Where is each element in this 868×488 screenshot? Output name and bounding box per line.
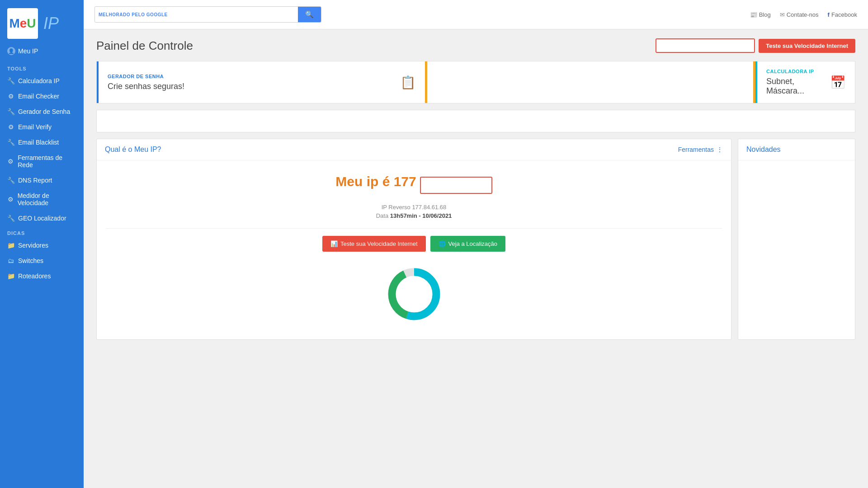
- ip-date: Data 13h57min - 10/06/2021: [106, 212, 722, 219]
- wrench-icon-4: 🔧: [7, 177, 14, 184]
- cards-row: GERADOR DE SENHA Crie senhas seguras! 📋 …: [96, 61, 855, 103]
- sidebar-dicas-label: DICAS: [0, 226, 84, 238]
- topbar-link-facebook[interactable]: f Facebook: [828, 11, 857, 18]
- card-middle-empty: [427, 61, 754, 103]
- sidebar-item-label: DNS Report: [18, 177, 52, 184]
- main-content: MELHORADO PELO Google 🔍 📰 Blog ✉ Contate…: [84, 0, 868, 488]
- speed-test-btn[interactable]: 📊 Teste sua Velocidade Internet: [322, 236, 426, 252]
- page-title: Painel de Controle: [96, 39, 193, 53]
- sidebar-item-servidores[interactable]: 📁 Servidores: [0, 238, 84, 253]
- novidades-header: Novidades: [738, 139, 855, 160]
- title-action-area: Teste sua Velocidade Internet: [656, 38, 855, 53]
- logo-letter-u: U: [27, 16, 36, 30]
- ip-panel: Qual é o Meu IP? Ferramentas ⋮ Meu ip é …: [96, 139, 731, 340]
- search-wrapper: MELHORADO PELO Google 🔍: [94, 6, 321, 23]
- table-icon: 🗂: [7, 257, 14, 264]
- topbar-link-blog[interactable]: 📰 Blog: [750, 11, 771, 18]
- logo-letter-e: e: [20, 16, 27, 30]
- topbar-link-contate-nos[interactable]: ✉ Contate-nos: [780, 11, 819, 18]
- speed-test-input[interactable]: [656, 38, 755, 53]
- speed-icon: 📊: [330, 240, 338, 247]
- sidebar-item-ferramentas-de-rede[interactable]: ⚙ Ferramentas de Rede: [0, 150, 84, 173]
- search-label: MELHORADO PELO Google: [95, 12, 171, 17]
- action-buttons: 📊 Teste sua Velocidade Internet 🌐 Veja a…: [106, 236, 722, 252]
- calendar-icon: 📅: [830, 75, 846, 90]
- wrench-icon-3: 🔧: [7, 139, 14, 146]
- donut-chart: [106, 263, 722, 326]
- clipboard-icon: 📋: [400, 75, 416, 90]
- sidebar-item-label: Email Verify: [18, 123, 52, 131]
- ip-suffix-input[interactable]: [420, 177, 492, 194]
- logo-letter-m: M: [9, 16, 19, 30]
- sidebar-item-label: Ferramentas de Rede: [18, 154, 76, 169]
- novidades-body: [738, 160, 855, 206]
- card-gerador-senha[interactable]: GERADOR DE SENHA Crie senhas seguras! 📋: [97, 61, 425, 103]
- card-title-calc: Subnet, Máscara...: [766, 77, 830, 96]
- logo-box: MeU: [7, 8, 38, 39]
- sidebar-item-email-checker[interactable]: ⚙ Email Checker: [0, 89, 84, 104]
- content-area: Painel de Controle Teste sua Velocidade …: [84, 29, 868, 488]
- sidebar-item-label: Email Checker: [18, 93, 59, 100]
- card-title-gerador: Crie senhas seguras!: [108, 82, 184, 91]
- blog-icon: 📰: [750, 11, 757, 18]
- ip-prefix: Meu ip é 177: [335, 174, 416, 189]
- sidebar-dicas-section: DICAS 📁 Servidores 🗂 Switches 📁 Roteador…: [0, 226, 84, 284]
- ip-panel-body: Meu ip é 177 IP Reverso 177.84.61.68 Dat…: [97, 160, 731, 339]
- ip-reverso: IP Reverso 177.84.61.68: [106, 204, 722, 211]
- sidebar-item-email-verify[interactable]: ⚙ Email Verify: [0, 119, 84, 135]
- sidebar-item-geo-localizador[interactable]: 🔧 GEO Localizador: [0, 211, 84, 226]
- logo-ip-text: IP: [43, 14, 59, 33]
- sidebar: MeU IP 👤 Meu IP TOOLS 🔧 Calculadora IP ⚙…: [0, 0, 84, 488]
- sidebar-user-label: Meu IP: [18, 47, 38, 55]
- speed-test-button[interactable]: Teste sua Velocidade Internet: [759, 39, 855, 53]
- location-icon: 🌐: [439, 240, 446, 247]
- sidebar-tools-section: TOOLS 🔧 Calculadora IP ⚙ Email Checker 🔧…: [0, 61, 84, 226]
- ip-panel-title: Qual é o Meu IP?: [105, 145, 161, 154]
- sidebar-item-label: Servidores: [18, 242, 48, 249]
- wrench-icon: 🔧: [7, 77, 14, 84]
- donut-svg: [382, 263, 446, 326]
- gear-icon-3: ⚙: [7, 158, 14, 165]
- email-icon: ✉: [780, 11, 785, 18]
- more-icon: ⋮: [717, 146, 723, 153]
- sidebar-item-label: Medidor de Velocidade: [18, 192, 76, 206]
- bottom-row: Qual é o Meu IP? Ferramentas ⋮ Meu ip é …: [96, 139, 855, 340]
- gear-icon-4: ⚙: [7, 196, 14, 203]
- sidebar-item-medidor-de-velocidade[interactable]: ⚙ Medidor de Velocidade: [0, 188, 84, 211]
- sidebar-item-roteadores[interactable]: 📁 Roteadores: [0, 268, 84, 284]
- sidebar-logo: MeU IP: [0, 0, 84, 44]
- topbar-links: 📰 Blog ✉ Contate-nos f Facebook: [750, 11, 857, 18]
- wrench-icon-2: 🔧: [7, 108, 14, 115]
- ip-divider: [106, 228, 722, 229]
- card-label-calc: CALCULADORA IP: [766, 69, 830, 74]
- novidades-title: Novidades: [746, 145, 781, 153]
- ip-display-row: Meu ip é 177: [106, 174, 722, 197]
- sidebar-item-calculadora-ip[interactable]: 🔧 Calculadora IP: [0, 73, 84, 89]
- sidebar-item-dns-report[interactable]: 🔧 DNS Report: [0, 173, 84, 188]
- topbar: MELHORADO PELO Google 🔍 📰 Blog ✉ Contate…: [84, 0, 868, 29]
- ip-panel-header: Qual é o Meu IP? Ferramentas ⋮: [97, 139, 731, 160]
- search-input[interactable]: [171, 7, 298, 22]
- sidebar-item-label: GEO Localizador: [18, 215, 66, 222]
- page-title-row: Painel de Controle Teste sua Velocidade …: [96, 38, 855, 53]
- sidebar-item-label: Roteadores: [18, 272, 51, 280]
- sidebar-item-label: Calculadora IP: [18, 77, 60, 84]
- search-button[interactable]: 🔍: [298, 6, 321, 23]
- sidebar-item-label: Gerador de Senha: [18, 108, 70, 115]
- sidebar-item-label: Email Blacklist: [18, 139, 59, 146]
- facebook-icon: f: [828, 11, 830, 18]
- sidebar-item-gerador-de-senha[interactable]: 🔧 Gerador de Senha: [0, 104, 84, 119]
- sidebar-user: 👤 Meu IP: [0, 44, 84, 61]
- sidebar-tools-label: TOOLS: [0, 61, 84, 73]
- ip-panel-tools[interactable]: Ferramentas ⋮: [678, 146, 723, 153]
- wrench-icon-5: 🔧: [7, 215, 14, 222]
- novidades-panel: Novidades: [738, 139, 855, 340]
- user-icon: 👤: [7, 47, 15, 55]
- folder-icon: 📁: [7, 242, 14, 249]
- location-btn[interactable]: 🌐 Veja a Localização: [430, 236, 505, 252]
- card-calculadora-ip[interactable]: CALCULADORA IP Subnet, Máscara... 📅: [755, 61, 855, 103]
- sidebar-item-email-blacklist[interactable]: 🔧 Email Blacklist: [0, 135, 84, 150]
- sidebar-item-label: Switches: [18, 257, 43, 264]
- gear-icon-2: ⚙: [7, 123, 14, 131]
- sidebar-item-switches[interactable]: 🗂 Switches: [0, 253, 84, 268]
